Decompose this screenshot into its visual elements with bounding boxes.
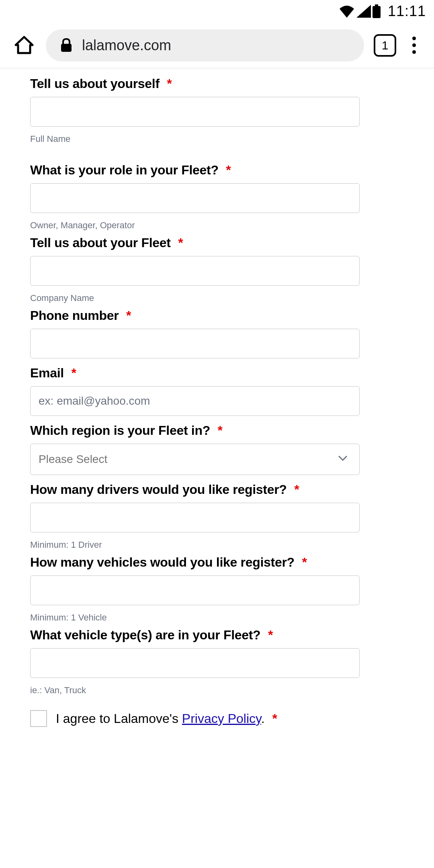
lock-icon — [60, 38, 72, 53]
url-text: lalamove.com — [82, 37, 171, 54]
tab-count-button[interactable]: 1 — [374, 34, 396, 57]
phone-label: Phone number * — [30, 308, 404, 323]
fleet-label: Tell us about your Fleet * — [30, 235, 404, 250]
region-select-wrapper — [30, 444, 360, 475]
form-group-fleet: Tell us about your Fleet * Company Name — [30, 235, 404, 303]
required-mark: * — [302, 555, 307, 569]
status-bar: 11:11 — [0, 0, 434, 23]
region-select[interactable] — [30, 444, 360, 475]
vehicle-type-sublabel: ie.: Van, Truck — [30, 685, 404, 696]
vehicle-type-label: What vehicle type(s) are in your Fleet? … — [30, 628, 404, 643]
vehicles-sublabel: Minimum: 1 Vehicle — [30, 612, 404, 623]
svg-rect-1 — [373, 6, 381, 18]
required-mark: * — [226, 163, 231, 177]
role-label: What is your role in your Fleet? * — [30, 163, 404, 178]
url-bar[interactable]: lalamove.com — [46, 29, 364, 61]
cellular-icon — [356, 5, 371, 18]
required-mark: * — [294, 482, 299, 497]
menu-dot-icon — [412, 37, 416, 40]
required-mark: * — [167, 76, 172, 91]
privacy-label: I agree to Lalamove's Privacy Policy. * — [56, 711, 277, 726]
name-sublabel: Full Name — [30, 134, 404, 144]
region-label: Which region is your Fleet in? * — [30, 423, 404, 438]
home-button[interactable] — [12, 33, 36, 57]
privacy-checkbox[interactable] — [30, 710, 47, 727]
role-sublabel: Owner, Manager, Operator — [30, 220, 404, 231]
required-mark: * — [71, 366, 76, 380]
email-input[interactable] — [30, 386, 360, 416]
form-group-phone: Phone number * — [30, 308, 404, 358]
drivers-label: How many drivers would you like register… — [30, 482, 404, 497]
battery-icon — [373, 4, 381, 18]
vehicle-type-input[interactable] — [30, 648, 360, 678]
fleet-input[interactable] — [30, 256, 360, 286]
email-label: Email * — [30, 366, 404, 381]
required-mark: * — [218, 423, 223, 438]
drivers-sublabel: Minimum: 1 Driver — [30, 540, 404, 550]
form-group-region: Which region is your Fleet in? * — [30, 423, 404, 475]
tab-count-value: 1 — [382, 39, 389, 52]
role-input[interactable] — [30, 183, 360, 213]
svg-rect-2 — [61, 44, 72, 52]
name-input[interactable] — [30, 97, 360, 127]
required-mark: * — [272, 711, 277, 726]
privacy-policy-link[interactable]: Privacy Policy — [182, 711, 261, 726]
required-mark: * — [126, 308, 131, 323]
form-group-vehicle-type: What vehicle type(s) are in your Fleet? … — [30, 628, 404, 696]
wifi-icon — [339, 5, 355, 18]
form-group-name: Tell us about yourself * Full Name — [30, 76, 404, 144]
form-group-vehicles: How many vehicles would you like registe… — [30, 555, 404, 623]
form-group-role: What is your role in your Fleet? * Owner… — [30, 163, 404, 231]
vehicles-input[interactable] — [30, 575, 360, 605]
required-mark: * — [268, 628, 273, 642]
drivers-input[interactable] — [30, 503, 360, 532]
fleet-sublabel: Company Name — [30, 293, 404, 303]
vehicles-label: How many vehicles would you like registe… — [30, 555, 404, 570]
status-icons: 11:11 — [339, 3, 426, 20]
form-container: Tell us about yourself * Full Name What … — [0, 68, 434, 727]
menu-dot-icon — [412, 43, 416, 47]
required-mark: * — [178, 235, 183, 250]
form-group-drivers: How many drivers would you like register… — [30, 482, 404, 550]
privacy-group: I agree to Lalamove's Privacy Policy. * — [30, 710, 404, 727]
menu-dot-icon — [412, 50, 416, 54]
browser-bar: lalamove.com 1 — [0, 23, 434, 68]
name-label: Tell us about yourself * — [30, 76, 404, 91]
menu-button[interactable] — [406, 34, 422, 57]
svg-rect-0 — [375, 4, 378, 6]
form-group-email: Email * — [30, 366, 404, 416]
phone-input[interactable] — [30, 329, 360, 358]
status-time: 11:11 — [388, 3, 426, 20]
